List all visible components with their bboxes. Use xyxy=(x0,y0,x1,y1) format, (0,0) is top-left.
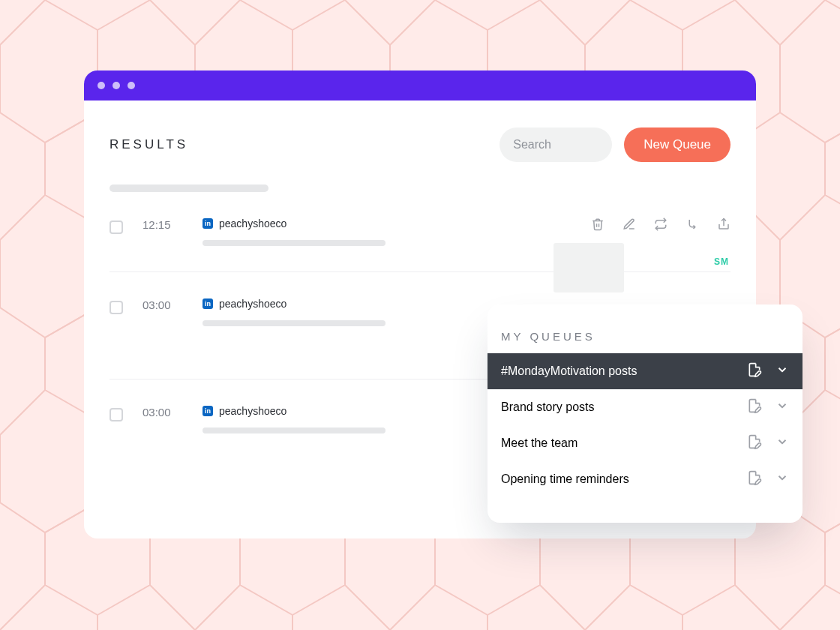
file-edit-icon[interactable] xyxy=(747,398,762,416)
post-content-skeleton xyxy=(202,240,386,246)
account-name: peachyshoeco xyxy=(219,218,286,230)
queue-item[interactable]: #MondayMotivation posts xyxy=(488,353,802,389)
file-edit-icon[interactable] xyxy=(747,362,762,380)
post-content-skeleton xyxy=(202,320,386,326)
queue-item[interactable]: Opening time reminders xyxy=(488,461,802,497)
post-time: 03:00 xyxy=(142,298,202,326)
queue-item[interactable]: Meet the team xyxy=(488,425,802,461)
window-control-maximize[interactable] xyxy=(128,82,135,89)
linkedin-icon: in xyxy=(202,298,213,309)
search-field[interactable] xyxy=(500,128,612,162)
edit-icon[interactable] xyxy=(622,218,636,234)
window-control-minimize[interactable] xyxy=(112,82,120,89)
row-checkbox[interactable] xyxy=(110,220,123,234)
author-badge: SM xyxy=(714,256,729,267)
account-name: peachyshoeco xyxy=(219,298,286,310)
chevron-down-icon[interactable] xyxy=(776,399,789,416)
trash-icon[interactable] xyxy=(591,218,604,234)
queue-item-label: #MondayMotivation posts xyxy=(501,364,740,378)
post-time: 12:15 xyxy=(142,218,202,246)
queue-item[interactable]: Brand story posts xyxy=(488,389,802,425)
post-time: 03:00 xyxy=(142,405,202,434)
share-icon[interactable] xyxy=(717,218,730,234)
new-queue-button[interactable]: New Queue xyxy=(624,128,730,162)
queues-panel: MY QUEUES #MondayMotivation posts Brand … xyxy=(488,304,802,523)
row-checkbox[interactable] xyxy=(110,301,123,314)
repeat-icon[interactable] xyxy=(654,218,668,234)
account-name: peachyshoeco xyxy=(219,405,286,417)
chevron-down-icon[interactable] xyxy=(776,435,789,452)
post-content-skeleton xyxy=(202,428,386,434)
queue-item-label: Opening time reminders xyxy=(501,472,740,486)
page-header: RESULTS New Queue xyxy=(84,100,756,162)
row-checkbox[interactable] xyxy=(110,408,123,422)
post-row: 12:15 in peachyshoeco xyxy=(110,192,730,272)
linkedin-icon: in xyxy=(202,218,213,229)
window-control-close[interactable] xyxy=(98,82,105,89)
queue-item-label: Meet the team xyxy=(501,436,740,450)
window-titlebar xyxy=(84,70,756,100)
section-skeleton xyxy=(110,184,268,192)
chevron-down-icon[interactable] xyxy=(776,363,789,380)
page-title: RESULTS xyxy=(110,137,188,152)
move-down-icon[interactable] xyxy=(686,218,699,234)
queues-panel-title: MY QUEUES xyxy=(488,330,802,353)
file-edit-icon[interactable] xyxy=(747,470,762,488)
queue-item-label: Brand story posts xyxy=(501,400,740,414)
chevron-down-icon[interactable] xyxy=(776,471,789,488)
file-edit-icon[interactable] xyxy=(747,434,762,452)
linkedin-icon: in xyxy=(202,406,213,416)
row-actions xyxy=(591,218,730,234)
